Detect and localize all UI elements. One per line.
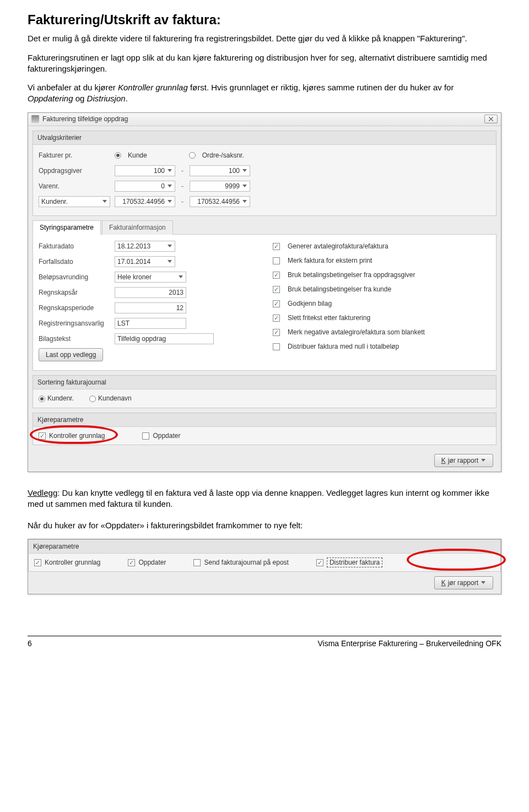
checkbox-distribuer-faktura[interactable]	[316, 559, 323, 566]
label-fakturadato: Fakturadato	[39, 242, 110, 251]
chevron-down-icon	[167, 243, 172, 249]
kundenr-dropdown[interactable]: Kundenr.	[39, 196, 110, 207]
group-header-kjoreparametre-2: Kjøreparametre	[29, 540, 500, 554]
radio-kunde[interactable]	[115, 152, 121, 159]
checkbox-oppdater[interactable]	[142, 432, 149, 440]
footer-doc-title: Visma Enterprise Fakturering – Brukervei…	[317, 638, 501, 649]
kundenr-to[interactable]: 170532.44956	[190, 196, 250, 207]
kjoreparametre-group-2: Kjøreparametre Kontroller grunnlag Oppda…	[28, 539, 501, 572]
chevron-down-icon	[167, 168, 172, 174]
cb-label-generer-avtalegiro: Generer avtalegirofaktura/efaktura	[288, 242, 388, 251]
label-regnskapsar: Regnskapsår	[39, 288, 110, 297]
label-oppdragsgiver: Oppdragsgiver	[39, 166, 110, 175]
cb-label-merk-negativ: Merk negative avtalegiro/efaktura som bl…	[288, 328, 425, 337]
cb-label-send-epost: Send fakturajournal på epost	[204, 559, 288, 566]
app-icon	[31, 115, 39, 123]
oppdragsgiver-from[interactable]: 100	[115, 165, 175, 176]
label-varenr: Varenr.	[39, 182, 110, 191]
chevron-down-icon	[481, 458, 486, 463]
chevron-down-icon	[242, 183, 247, 189]
belopsavrunding-field[interactable]: Hele kroner	[115, 272, 186, 283]
oppdater-paragraph: Når du huker av for «Oppdater» i fakture…	[28, 520, 501, 531]
label-fakturerpr: Fakturer pr.	[39, 151, 110, 160]
cb-label-kontroller-grunnlag: Kontroller grunnlag	[49, 432, 105, 440]
forfallsdato-field[interactable]: 17.01.2014	[115, 256, 175, 267]
close-button[interactable]	[484, 115, 498, 123]
radio-ordresak-label: Ordre-/saksnr.	[202, 151, 244, 160]
cb-label-bet-oppdragsgiver: Bruk betalingsbetingelser fra oppdragsgi…	[288, 270, 415, 279]
regnskapsar-field[interactable]: 2013	[115, 287, 186, 298]
varenr-to[interactable]: 9999	[190, 181, 250, 192]
cb-label-bet-kunde: Bruk betalingsbetingelser fra kunde	[288, 285, 391, 294]
reg-ansvarlig-field[interactable]: LST	[115, 318, 186, 329]
group-header-kjoreparametre: Kjøreparametre	[33, 413, 496, 427]
vedlegg-label: Vedlegg	[28, 488, 57, 497]
kjor-rapport-button[interactable]: Kjør rapport	[434, 454, 493, 467]
chevron-down-icon	[481, 580, 486, 586]
chevron-down-icon	[167, 259, 172, 264]
vedlegg-paragraph: Vedlegg: Du kan knytte vedlegg til en fa…	[28, 488, 501, 510]
checkbox-send-epost[interactable]	[193, 559, 201, 566]
group-header-sortering: Sortering fakturajournal	[33, 376, 496, 389]
varenr-from[interactable]: 0	[115, 181, 175, 192]
chevron-down-icon	[167, 199, 172, 204]
cb-label-slett-fritekst: Slett fritekst etter fakturering	[288, 313, 370, 322]
intro-paragraph-1: Det er mulig å gå direkte videre til fak…	[28, 33, 501, 44]
page-heading: Fakturering/Utskrift av faktura:	[28, 11, 501, 29]
checkbox-oppdater-2[interactable]	[128, 559, 135, 566]
label-forfallsdato: Forfallsdato	[39, 257, 110, 266]
tab-styringsparametre[interactable]: Styringsparametre	[33, 220, 101, 235]
checkbox-distribuer-null[interactable]	[273, 343, 280, 350]
kundenr-from[interactable]: 170532.44956	[115, 196, 175, 207]
checkbox-slett-fritekst[interactable]	[273, 315, 280, 322]
tab-content-styringsparametre: Fakturadato 18.12.2013 Forfallsdato 17.0…	[33, 234, 496, 371]
last-opp-vedlegg-button[interactable]: Last opp vedlegg	[39, 348, 103, 361]
bilagstekst-field[interactable]: Tilfeldig oppdrag	[115, 333, 214, 344]
page-footer: 6 Visma Enterprise Fakturering – Brukerv…	[28, 636, 501, 649]
cb-label-kontroller-grunnlag-2: Kontroller grunnlag	[45, 559, 100, 566]
oppdragsgiver-to[interactable]: 100	[190, 165, 250, 176]
tab-fakturainformasjon[interactable]: Fakturainformasjon	[102, 220, 173, 235]
cb-label-ekstern-print: Merk faktura for ekstern print	[288, 256, 372, 265]
kjor-rapport-button-2[interactable]: Kjør rapport	[434, 576, 493, 589]
footer-page-number: 6	[28, 638, 32, 649]
cb-label-oppdater-2: Oppdater	[138, 559, 166, 566]
cb-label-oppdater: Oppdater	[153, 432, 180, 440]
checkbox-bet-oppdragsgiver[interactable]	[273, 272, 280, 279]
cb-label-distribuer-faktura: Distribuer faktura	[327, 557, 382, 567]
checkbox-godkjenn-bilag[interactable]	[273, 300, 280, 307]
radio-sort-kundenr[interactable]	[39, 396, 45, 402]
checkbox-bet-kunde[interactable]	[273, 286, 280, 293]
radio-sort-kundenavn[interactable]	[89, 396, 96, 402]
utvalgskriterier-group: Utvalgskriterier Fakturer pr. Kunde Ordr…	[33, 131, 496, 216]
cb-label-godkjenn-bilag: Godkjenn bilag	[288, 299, 332, 308]
dialog-title: Fakturering tilfeldige oppdrag	[42, 115, 128, 123]
checkbox-merk-negativ[interactable]	[273, 329, 280, 336]
chevron-down-icon	[167, 183, 172, 189]
intro-paragraph-2: Faktureringsrutinen er lagt opp slik at …	[28, 52, 501, 75]
chevron-down-icon	[102, 199, 107, 204]
fakturadato-field[interactable]: 18.12.2013	[115, 241, 175, 252]
radio-sort-kundenavn-label: Kundenavn	[98, 394, 132, 402]
checkbox-kontroller-grunnlag[interactable]	[39, 432, 46, 440]
regnskapsperiode-field[interactable]: 12	[115, 302, 186, 313]
kjoreparametre-dialog-2: Kjøreparametre Kontroller grunnlag Oppda…	[28, 539, 501, 595]
chevron-down-icon	[242, 168, 247, 174]
radio-kunde-label: Kunde	[128, 151, 147, 160]
fakturering-dialog: Fakturering tilfeldige oppdrag Utvalgskr…	[28, 112, 501, 473]
intro-paragraph-3: Vi anbefaler at du kjører Kontroller gru…	[28, 82, 501, 105]
label-belopsavrunding: Beløpsavrunding	[39, 273, 110, 282]
label-reg-ansvarlig: Registreringsansvarlig	[39, 319, 110, 328]
group-header-utvalgskriterier: Utvalgskriterier	[33, 131, 496, 145]
kjoreparametre-group: Kjøreparametre Kontroller grunnlag Oppda…	[33, 413, 496, 445]
radio-ordresak[interactable]	[189, 152, 196, 159]
cb-label-distribuer-null: Distribuer faktura med null i totalbeløp	[288, 342, 399, 351]
chevron-down-icon	[242, 199, 247, 204]
checkbox-kontroller-grunnlag-2[interactable]	[34, 559, 41, 566]
label-bilagstekst: Bilagstekst	[39, 334, 110, 343]
dialog-titlebar: Fakturering tilfeldige oppdrag	[28, 113, 501, 126]
checkbox-ekstern-print[interactable]	[273, 257, 280, 264]
label-regnskapsperiode: Regnskapsperiode	[39, 304, 110, 312]
sortering-group: Sortering fakturajournal Kundenr. Kunden…	[33, 375, 496, 408]
checkbox-generer-avtalegiro[interactable]	[273, 243, 280, 250]
